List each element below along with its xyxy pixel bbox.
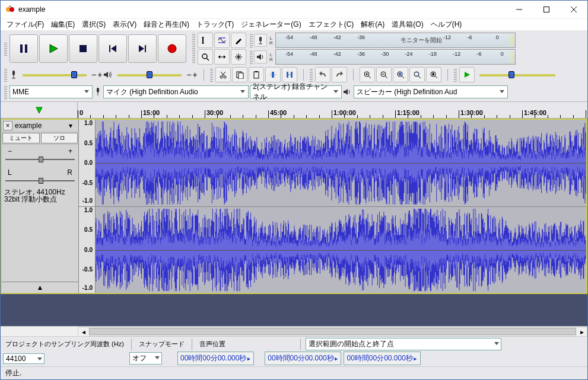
zoom-in-button[interactable] <box>360 67 375 82</box>
menu-toolbox[interactable]: 道具箱(O) <box>388 18 427 31</box>
zoom-out-button[interactable] <box>376 67 392 82</box>
menu-record[interactable]: 録音と再生(N) <box>140 18 193 31</box>
recording-device-select[interactable]: マイク (High Definition Audio <box>103 85 249 98</box>
playback-meter[interactable]: -54 -48 -42 -36 -30 -24 -18 -12 -6 0 <box>275 49 516 65</box>
grip-icon[interactable] <box>4 41 7 56</box>
track-area: × example ▾ ミュート ソロ −+ LR ステレオ, 44100Hz … <box>1 119 587 326</box>
menu-generate[interactable]: ジェネレーター(G) <box>237 18 304 31</box>
pan-slider[interactable]: LR <box>2 166 78 187</box>
play-meter-icon[interactable] <box>254 50 267 63</box>
envelope-tool[interactable] <box>214 33 230 48</box>
fit-selection-button[interactable] <box>393 67 408 82</box>
selection-end-field[interactable]: 00時間00分00.000秒▸ <box>344 352 420 365</box>
scroll-thumb[interactable] <box>89 328 576 335</box>
gain-slider[interactable]: −+ <box>2 145 78 166</box>
timeline[interactable]: 015:0030:0045:001:00:001:15:001:30:001:4… <box>1 102 587 119</box>
svg-point-35 <box>220 76 223 78</box>
track-name[interactable]: example <box>14 120 69 131</box>
silence-button[interactable] <box>282 67 297 82</box>
skip-start-button[interactable] <box>98 34 127 63</box>
grip-icon[interactable] <box>250 50 253 64</box>
pause-button[interactable] <box>9 34 38 63</box>
playback-volume-slider[interactable] <box>114 69 185 80</box>
playback-device-select[interactable]: スピーカー (High Definition Aud <box>354 85 508 98</box>
plus-icon: + <box>193 70 198 79</box>
audio-position-field[interactable]: 00時間00分00.000秒▸ <box>177 352 254 365</box>
grip-icon[interactable] <box>250 33 253 47</box>
stop-button[interactable] <box>69 34 97 63</box>
menu-track[interactable]: トラック(T) <box>193 18 237 31</box>
copy-button[interactable] <box>232 67 247 82</box>
audio-host-select[interactable]: MME <box>9 85 93 98</box>
mute-button[interactable]: ミュート <box>2 133 40 143</box>
zoom-tool[interactable] <box>198 49 213 65</box>
play-button[interactable] <box>39 34 68 63</box>
menu-effect[interactable]: エフェクト(C) <box>305 18 358 31</box>
selection-tool[interactable] <box>198 33 213 48</box>
grip-icon[interactable] <box>210 68 213 82</box>
playhead-icon <box>35 106 43 114</box>
svg-marker-76 <box>37 357 42 360</box>
zoom-toggle-button[interactable] <box>426 67 441 82</box>
cut-button[interactable] <box>215 67 231 82</box>
grip-icon[interactable] <box>192 33 195 63</box>
record-button[interactable] <box>158 34 186 63</box>
grip-icon[interactable] <box>4 85 7 99</box>
minimize-button[interactable] <box>506 1 533 18</box>
svg-line-64 <box>435 76 437 78</box>
scroll-right-button[interactable]: ▸ <box>577 327 587 336</box>
menu-help[interactable]: ヘルプ(H) <box>427 18 466 31</box>
skip-end-button[interactable] <box>128 34 157 63</box>
svg-marker-74 <box>36 107 42 113</box>
menu-edit[interactable]: 編集(E) <box>47 18 78 31</box>
svg-line-60 <box>418 76 421 78</box>
plus-icon: + <box>97 70 102 79</box>
menu-analyze[interactable]: 解析(A) <box>357 18 388 31</box>
playback-speed-slider[interactable] <box>476 69 559 80</box>
timeline-ruler[interactable]: 015:0030:0045:001:00:001:15:001:30:001:4… <box>78 102 587 118</box>
svg-rect-58 <box>399 73 401 75</box>
grip-icon[interactable] <box>310 68 313 82</box>
track-menu-button[interactable]: ▾ <box>69 122 78 130</box>
track-close-button[interactable]: × <box>3 121 12 130</box>
menu-file[interactable]: ファイル(F) <box>3 18 47 31</box>
toolbars: LR -54 -48 -42 -36 モニターを開始 -12 -6 0 <box>1 30 587 102</box>
track-control-panel: × example ▾ ミュート ソロ −+ LR ステレオ, 44100Hz … <box>2 120 79 293</box>
scroll-left-button[interactable]: ◂ <box>78 327 88 336</box>
recording-volume-slider[interactable] <box>19 69 90 80</box>
grip-icon[interactable] <box>4 68 7 82</box>
undo-button[interactable] <box>315 67 330 82</box>
snap-mode-select[interactable]: オフ <box>129 352 162 365</box>
maximize-button[interactable] <box>533 1 560 18</box>
vertical-scale[interactable]: 1.0 0.5 0.0 -0.5 -1.0 <box>79 207 96 293</box>
recording-channels-select[interactable]: 2(ステレオ) 録音チャンネル <box>250 85 342 98</box>
sample-rate-select[interactable]: 44100 <box>3 353 45 364</box>
mixer-toolbar: −+ −+ <box>2 66 200 83</box>
paste-button[interactable] <box>249 67 264 82</box>
track-collapse-button[interactable]: ▲ <box>2 282 78 293</box>
waveform-left[interactable] <box>96 120 586 206</box>
vertical-scale[interactable]: 1.0 0.5 0.0 -0.5 -1.0 <box>79 120 96 206</box>
timeshift-tool[interactable] <box>214 49 230 65</box>
multi-tool[interactable] <box>231 49 246 65</box>
trim-button[interactable] <box>265 67 281 82</box>
zoom-toolbar <box>357 66 444 84</box>
menu-select[interactable]: 選択(S) <box>78 18 109 31</box>
svg-rect-42 <box>255 71 258 72</box>
empty-track-area[interactable] <box>1 294 587 324</box>
close-button[interactable] <box>560 1 587 18</box>
menu-view[interactable]: 表示(V) <box>109 18 140 31</box>
selection-start-field[interactable]: 00時間00分00.000秒▸ <box>265 352 341 365</box>
recording-meter[interactable]: -54 -48 -42 -36 モニターを開始 -12 -6 0 <box>275 33 516 48</box>
fit-project-button[interactable] <box>409 67 425 82</box>
grip-icon[interactable] <box>454 68 457 82</box>
waveform-right[interactable] <box>96 207 586 293</box>
redo-button[interactable] <box>332 67 347 82</box>
solo-button[interactable]: ソロ <box>41 133 78 143</box>
draw-tool[interactable] <box>231 33 246 48</box>
play-at-speed-button[interactable] <box>459 67 475 82</box>
selection-mode-select[interactable]: 選択範囲の開始点と終了点 <box>306 338 501 350</box>
rec-meter-icon[interactable] <box>254 34 267 47</box>
track-format-info: ステレオ, 44100Hz 32bit 浮動小数点 <box>2 187 78 204</box>
horizontal-scrollbar[interactable]: ◂ ▸ <box>1 326 587 336</box>
